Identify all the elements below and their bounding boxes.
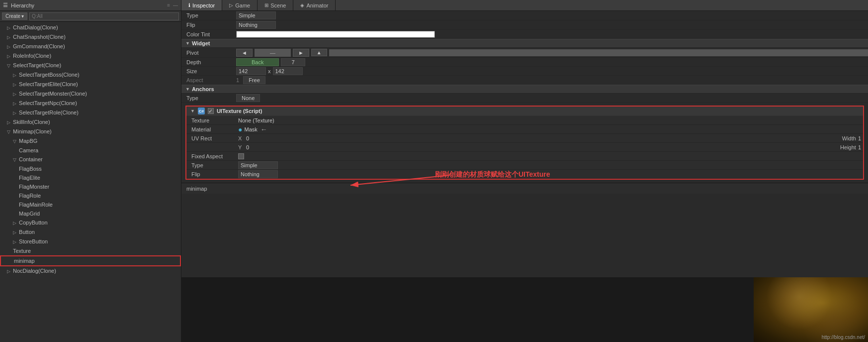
hierarchy-item-copybutton[interactable]: ▷ CopyButton xyxy=(0,218,181,228)
item-label: Camera xyxy=(19,147,38,153)
uvrect-width-value[interactable]: 1 xyxy=(858,135,861,141)
hierarchy-item-mapbg[interactable]: ▽ MapBG xyxy=(0,136,181,146)
tab-animator-label: Animator xyxy=(306,2,328,8)
size-separator: x xyxy=(266,68,273,74)
uvrect-y-value[interactable]: 0 xyxy=(246,144,840,150)
script-title-label: UITexture (Script) xyxy=(217,108,262,114)
hierarchy-menu-icon[interactable]: ≡ xyxy=(167,2,170,8)
type-value[interactable]: Simple xyxy=(236,11,276,19)
item-label: RoleInfo(Clone) xyxy=(13,53,51,59)
texture-value[interactable]: None (Texture) xyxy=(238,117,274,123)
type-label: Type xyxy=(181,12,236,18)
hierarchy-item-selecttargetmonster[interactable]: ▷ SelectTargetMonster(Clone) xyxy=(0,89,181,99)
arrow-icon: ▷ xyxy=(13,230,16,235)
pivot-center-button[interactable]: — xyxy=(255,49,291,57)
aspect-free-dropdown[interactable]: Free xyxy=(243,76,265,84)
arrow-icon: ▷ xyxy=(7,120,10,125)
material-value[interactable]: Mask xyxy=(244,126,257,132)
aspect-label: Aspect xyxy=(181,77,236,83)
arrow-icon: ▷ xyxy=(7,44,10,49)
hierarchy-item-gmcommand[interactable]: ▷ GmCommand(Clone) xyxy=(0,42,181,51)
size-height-input[interactable] xyxy=(273,67,303,75)
arrow-icon: ▷ xyxy=(13,101,16,106)
uvrect-y-axis-label: Y xyxy=(238,144,246,150)
hierarchy-item-skillinfo[interactable]: ▷ SkillInfo(Clone) xyxy=(0,117,181,127)
item-label: minimap xyxy=(14,258,35,264)
hierarchy-item-camera[interactable]: Camera xyxy=(0,146,181,155)
hierarchy-item-mapgrid[interactable]: MapGrid xyxy=(0,209,181,218)
flip-value[interactable]: Nothing xyxy=(236,21,276,29)
hierarchy-item-flagelite[interactable]: FlagElite xyxy=(0,173,181,182)
material-label: Material xyxy=(188,126,238,132)
hierarchy-lock-icon[interactable]: — xyxy=(173,2,178,8)
arrow-expanded-icon: ▽ xyxy=(13,157,16,162)
hierarchy-item-button[interactable]: ▷ Button xyxy=(0,228,181,237)
pivot-right-button[interactable]: ► xyxy=(293,49,309,57)
hierarchy-item-storebutton[interactable]: ▷ StoreButton xyxy=(0,237,181,246)
uvrect-width-label: Width xyxy=(842,135,858,141)
widget-collapse-icon[interactable]: ▼ xyxy=(185,41,190,46)
flip2-row: Flip Nothing xyxy=(186,170,863,179)
hierarchy-item-flagboss[interactable]: FlagBoss xyxy=(0,164,181,173)
hierarchy-item-chatsnapshot[interactable]: ▷ ChatSnapshot(Clone) xyxy=(0,32,181,42)
item-label: MapBG xyxy=(19,138,37,144)
hierarchy-item-selecttargetboss[interactable]: ▷ SelectTargetBoss(Clone) xyxy=(0,70,181,80)
hierarchy-item-minimap[interactable]: ▽ Minimap(Clone) xyxy=(0,127,181,136)
hierarchy-item-nocdialog[interactable]: ▷ NocDialog(Clone) xyxy=(0,266,181,276)
aspect-row: Aspect 1 Free xyxy=(181,76,868,85)
fixed-aspect-row: Fixed Aspect xyxy=(186,152,863,161)
tab-game[interactable]: ▷ Game xyxy=(222,0,258,10)
uitexture-script-section: ▼ C# ✓ UITexture (Script) Texture None (… xyxy=(185,106,864,180)
hierarchy-item-roleinfo[interactable]: ▷ RoleInfo(Clone) xyxy=(0,51,181,61)
tab-scene[interactable]: ⊞ Scene xyxy=(258,0,293,10)
arrow-icon: ▷ xyxy=(13,92,16,97)
item-label: StoreButton xyxy=(19,238,48,244)
hierarchy-title: Hierarchy xyxy=(11,2,34,8)
uvrect-x-row: UV Rect X 0 Width 1 xyxy=(186,134,863,143)
create-button[interactable]: Create ▾ xyxy=(2,12,27,20)
hierarchy-panel: ☰ Hierarchy ≡ — Create ▾ ▷ ChatDialog(Cl… xyxy=(0,0,181,342)
hierarchy-item-flagrole[interactable]: FlagRole xyxy=(0,191,181,200)
depth-back-button[interactable]: Back xyxy=(236,58,279,66)
material-dot-icon: ● xyxy=(238,125,242,133)
hierarchy-item-selecttargetelite[interactable]: ▷ SelectTargetElite(Clone) xyxy=(0,80,181,89)
anchors-collapse-icon[interactable]: ▼ xyxy=(185,87,190,92)
tab-inspector[interactable]: ℹ Inspector xyxy=(181,0,222,10)
fixed-aspect-checkbox[interactable] xyxy=(238,153,244,159)
pivot-left-button[interactable]: ◄ xyxy=(236,49,253,57)
type2-value[interactable]: Simple xyxy=(238,161,278,169)
hierarchy-item-container[interactable]: ▽ Container xyxy=(0,155,181,164)
anchors-type-value[interactable]: None xyxy=(236,94,260,102)
pivot-up-button[interactable]: ▲ xyxy=(311,49,327,56)
script-collapse-icon[interactable]: ▼ xyxy=(190,109,195,114)
hierarchy-item-selecttarget[interactable]: ▽ SelectTarget(Clone) xyxy=(0,61,181,70)
item-label: MapGrid xyxy=(19,211,40,217)
hierarchy-item-selecttargetrole[interactable]: ▷ SelectTargetRole(Clone) xyxy=(0,108,181,117)
hierarchy-item-flagmainrole[interactable]: FlagMainRole xyxy=(0,200,181,209)
hierarchy-header: ☰ Hierarchy ≡ — xyxy=(0,0,181,11)
hierarchy-item-selecttargetnpc[interactable]: ▷ SelectTargetNpc(Clone) xyxy=(0,99,181,108)
uvrect-x-value[interactable]: 0 xyxy=(246,135,842,141)
pivot-controls: ◄ — ► ▲ xyxy=(236,49,868,57)
hierarchy-search-input[interactable] xyxy=(29,12,179,20)
color-tint-swatch[interactable] xyxy=(236,31,435,38)
script-header: ▼ C# ✓ UITexture (Script) xyxy=(186,107,863,116)
widget-section-label: Widget xyxy=(192,40,210,46)
pivot-spacer xyxy=(329,49,868,56)
script-enabled-checkbox[interactable]: ✓ xyxy=(208,108,214,114)
uvrect-height-value[interactable]: 1 xyxy=(858,144,861,150)
size-width-input[interactable] xyxy=(236,67,266,75)
flip2-value[interactable]: Nothing xyxy=(238,170,278,178)
hierarchy-item-texture[interactable]: Texture xyxy=(0,246,181,255)
hierarchy-item-flagmonster[interactable]: FlagMonster xyxy=(0,182,181,191)
tab-animator[interactable]: ◈ Animator xyxy=(293,0,336,10)
type2-label: Type xyxy=(188,162,238,168)
script-type-icon: C# xyxy=(198,108,205,114)
flip-label: Flip xyxy=(181,22,236,28)
hierarchy-item-minimap-selected[interactable]: minimap xyxy=(0,255,181,266)
hierarchy-item-chatdialog[interactable]: ▷ ChatDialog(Clone) xyxy=(0,23,181,32)
depth-value[interactable]: 7 xyxy=(281,58,305,66)
item-label: SelectTargetNpc(Clone) xyxy=(19,100,77,106)
uvrect-x-axis-label: X xyxy=(238,135,246,141)
type2-row: Type Simple xyxy=(186,161,863,170)
